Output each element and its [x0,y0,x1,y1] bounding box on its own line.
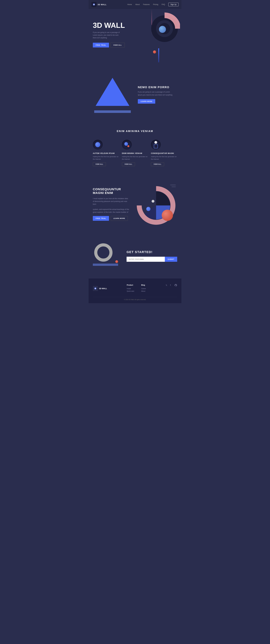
footer-col-product-title: Product [127,284,134,286]
get-started-text: GET STARTED! SUBMIT [126,250,177,262]
consequuntur-free-trial-button[interactable]: FREE TRIAL [93,216,109,221]
logo-icon [91,2,96,7]
hero-title: 3D WALL [93,22,135,29]
footer-logo-icon [93,286,98,291]
card-1-viewall-button[interactable]: VIEW ALL [93,162,106,166]
footer-copyright: © 2024 3D Wall. All rights reserved. [124,299,146,300]
view-all-button[interactable]: VIEW ALL [110,43,125,48]
nav-about[interactable]: About [135,4,140,6]
nav-faq[interactable]: FAQ [162,4,165,6]
hero-sphere-blue [159,26,166,33]
svg-point-8 [95,288,96,289]
email-form: SUBMIT [126,257,177,262]
email-input[interactable] [126,257,165,262]
footer-col-product-install[interactable]: Install [127,288,134,290]
card-3-icon [151,140,161,150]
card-1-icon [93,140,103,150]
card-2-icon [122,140,132,150]
hero-shapes [137,9,181,68]
triangle-shape [96,78,129,106]
cards-grid: AUTEM VELEUM IPSAM making this the first… [93,140,177,166]
footer-col-blog-about[interactable]: About [141,290,146,292]
section-get-started: GET STARTED! SUBMIT [89,234,181,278]
card-3-sphere-white [154,141,157,144]
nav-features[interactable]: Features [143,4,150,6]
section-consequuntur: CONSEQUUNTURMAGNI ENIM I must explain to… [89,174,181,234]
logo[interactable]: 3D WALL [91,2,107,7]
triangle-base [94,110,131,113]
triangle-visual [93,76,132,113]
nemo-title: NEMO ENIM PORRO [138,86,174,89]
card-3-title: CONSEQUUNTUR MAGNI [151,152,177,154]
nav-home[interactable]: Home [127,4,132,6]
footer-logo[interactable]: 3D WALL [93,284,107,293]
hero-buttons: FREE TRIAL VIEW ALL [93,43,135,48]
card-2-desc: making this the first true generator on … [122,156,148,160]
footer-col-blog-title: Blog [141,284,146,286]
ring-base [93,264,118,266]
footer-bottom: © 2024 3D Wall. All rights reserved. [93,297,177,300]
signup-button[interactable]: Sign Up [168,3,179,6]
consequuntur-text: CONSEQUUNTURMAGNI ENIM I must explain to… [93,188,129,221]
card-2: ENIM MINIMA VENIAM making this the first… [122,140,148,166]
svg-point-6 [152,200,154,203]
section-nemo: NEMO ENIM PORRO If you are going to use … [89,68,181,121]
card-1-sphere [95,142,100,147]
footer-col-blog-career[interactable]: Career [141,288,146,290]
footer-top: 3D WALL Product Install Quick-start Blog… [93,284,177,293]
hero-sphere-red [153,50,156,54]
free-trial-button[interactable]: FREE TRIAL [93,43,109,48]
brand-name: 3D WALL [98,4,107,6]
nav-pricing[interactable]: Pricing [153,4,158,6]
consequuntur-title: CONSEQUUNTURMAGNI ENIM [93,188,129,195]
pie-visual [135,183,177,225]
footer-social: 𝕏 f [166,284,177,293]
card-3-viewall-button[interactable]: VIEW ALL [151,162,164,166]
footer-columns: Product Install Quick-start Blog Career … [115,284,157,293]
card-1-title: AUTEM VELEUM IPSAM [93,152,119,154]
hero-section: 3D WALL If you are going to use a passag… [89,9,181,68]
footer-col-product-quickstart[interactable]: Quick-start [127,290,134,292]
consequuntur-learn-more-button[interactable]: LEARN MORE [111,216,128,221]
consequuntur-buttons: FREE TRIAL LEARN MORE [93,216,129,221]
footer-col-blog: Blog Career About [141,284,146,293]
nemo-desc: If you are going to use a passage of Lor… [138,90,174,96]
github-icon[interactable] [175,284,177,286]
nav-links: Home About Features Pricing FAQ Sign Up [127,3,179,6]
twitter-icon[interactable]: 𝕏 [166,284,168,286]
facebook-icon[interactable]: f [170,284,173,286]
footer-brand-name: 3D WALL [99,288,107,290]
hero-text: 3D WALL If you are going to use a passag… [93,18,135,48]
ring-shape [94,243,112,262]
get-started-visual [93,242,121,270]
pie-sphere-blue [146,207,151,211]
get-started-title: GET STARTED! [126,250,177,254]
card-3-box [154,144,158,148]
card-2-viewall-button[interactable]: VIEW ALL [122,162,135,166]
cards-section-title: ENIM AMINIMA VENIAM [93,130,177,133]
card-2-sphere [124,142,129,147]
card-1: AUTEM VELEUM IPSAM making this the first… [93,140,119,166]
hero-subtitle: If you are going to use a passage of Lor… [93,31,121,39]
card-2-title: ENIM MINIMA VENIAM [122,152,148,154]
card-3: CONSEQUUNTUR MAGNI making this the first… [151,140,177,166]
footer: 3D WALL Product Install Quick-start Blog… [89,278,181,303]
consequuntur-desc1: I must explain to you how all this mista… [93,197,129,206]
footer-col-product: Product Install Quick-start [127,284,134,293]
ring-sphere-red [115,260,118,263]
consequuntur-desc2: system, and expound the actual teachings… [93,208,129,214]
section-cards: ENIM AMINIMA VENIAM AUTEM VELEUM IPSAM m… [89,121,181,174]
nemo-text: NEMO ENIM PORRO If you are going to use … [138,86,174,104]
svg-point-1 [93,4,94,5]
pie-sphere-red [162,210,173,221]
navbar: 3D WALL Home About Features Pricing FAQ … [89,0,181,9]
card-1-desc: making this the first true generator on … [93,156,119,160]
submit-button[interactable]: SUBMIT [165,257,177,262]
hero-bar-decoration [158,48,159,62]
learn-more-button[interactable]: LEARN MORE [138,99,155,104]
card-3-desc: making this the first true generator on … [151,156,177,160]
